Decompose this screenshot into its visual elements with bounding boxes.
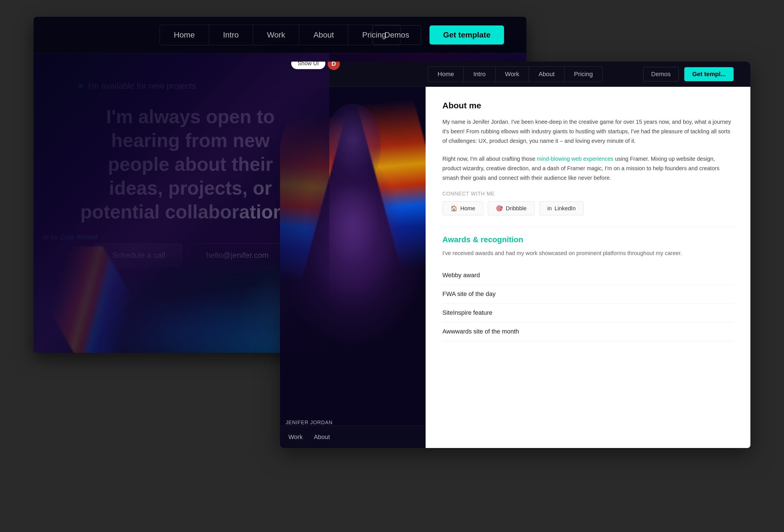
home-icon: 🏠 [450, 205, 457, 212]
main-nav: Home Intro Work About Pricing Demos Get … [34, 17, 526, 53]
connect-linkedin-button[interactable]: in LinkedIn [539, 201, 584, 215]
secondary-bottom-tabs: Work About [280, 426, 426, 448]
connect-linkedin-label: LinkedIn [554, 205, 576, 212]
sec-tab-about[interactable]: About [314, 433, 330, 441]
connect-section: CONNECT WITH ME 🏠 Home 🎯 Dribbble in Lin… [442, 191, 734, 215]
dribbble-icon: 🎯 [496, 205, 503, 212]
nav-get-template-button[interactable]: Get template [429, 26, 504, 45]
award-item-4: Awwwards site of the month [442, 322, 734, 341]
award-item-2: FWA site of the day [442, 285, 734, 304]
sec-tab-work[interactable]: Work [288, 433, 303, 441]
section-divider [442, 226, 734, 227]
show-ui-badge[interactable]: Show UI [291, 62, 325, 69]
nav-about[interactable]: About [299, 25, 348, 45]
sec-nav-work[interactable]: Work [496, 67, 529, 82]
about-highlight: mind-blowing web experiences [537, 156, 613, 162]
award-item-3: SiteInspire feature [442, 304, 734, 322]
secondary-nav: Home Intro Work About Pricing Demos Get … [280, 62, 750, 87]
linkedin-icon: in [548, 205, 552, 212]
connect-home-button[interactable]: 🏠 Home [442, 201, 483, 215]
nav-right-group: Demos Get template [372, 25, 504, 45]
nav-home[interactable]: Home [160, 25, 209, 45]
sec-nav-about[interactable]: About [529, 67, 564, 82]
sec-nav-pricing[interactable]: Pricing [564, 67, 602, 82]
secondary-browser-window: Show UI D Home Intro Work About Pricing … [280, 62, 750, 448]
awards-subtitle: I've received awards and had my work sho… [442, 249, 734, 258]
connect-dribbble-button[interactable]: 🎯 Dribbble [488, 201, 534, 215]
about-panel: About me My name is Jenifer Jordan. I've… [426, 87, 750, 448]
hero-overlay [34, 53, 329, 353]
nav-demos-button[interactable]: Demos [372, 25, 421, 45]
portrait-name-label: JENIFER JORDAN [286, 420, 333, 426]
connect-links-group: 🏠 Home 🎯 Dribbble in LinkedIn [442, 201, 734, 215]
sec-nav-home[interactable]: Home [428, 67, 464, 82]
secondary-body: JENIFER JORDAN Work About About me My na… [280, 87, 750, 448]
connect-home-label: Home [460, 205, 475, 212]
nav-links-group: Home Intro Work About Pricing [160, 25, 400, 45]
about-body-2: Right now, I'm all about crafting those … [442, 154, 734, 183]
sec-nav-right: Demos Get templ... [643, 67, 734, 82]
nav-intro[interactable]: Intro [209, 25, 253, 45]
awards-title: Awards & recognition [442, 235, 734, 244]
about-body-1: My name is Jenifer Jordan. I've been kne… [442, 117, 734, 146]
nav-work[interactable]: Work [253, 25, 300, 45]
sec-nav-links-group: Home Intro Work About Pricing [428, 66, 603, 82]
award-item-1: Webby award [442, 266, 734, 285]
connect-label: CONNECT WITH ME [442, 191, 734, 197]
sec-nav-demos-button[interactable]: Demos [643, 67, 679, 82]
about-title: About me [442, 101, 734, 110]
sec-nav-cta-button[interactable]: Get templ... [684, 67, 734, 81]
sec-nav-intro[interactable]: Intro [464, 67, 495, 82]
connect-dribbble-label: Dribbble [506, 205, 526, 212]
